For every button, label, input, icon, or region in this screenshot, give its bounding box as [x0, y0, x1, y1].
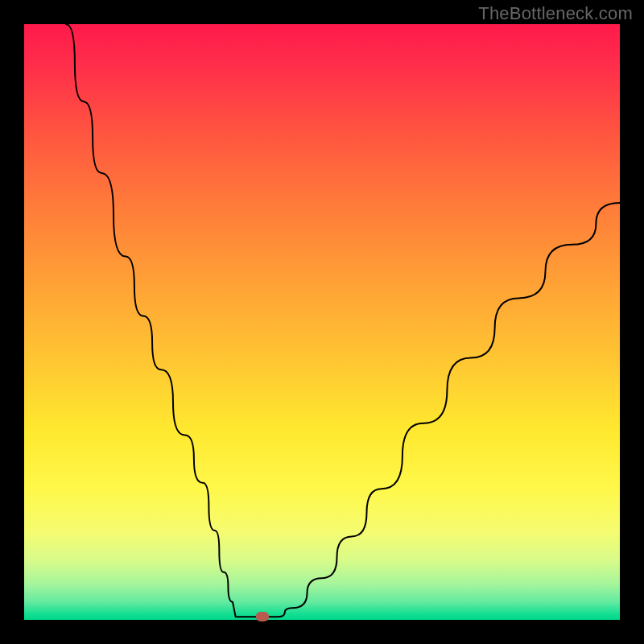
curve-path — [66, 24, 620, 617]
watermark-text: TheBottleneck.com — [478, 3, 633, 24]
plot-area — [24, 24, 620, 620]
chart-frame: TheBottleneck.com — [0, 0, 644, 644]
marker-dot — [256, 612, 269, 621]
curve-svg — [24, 24, 620, 620]
